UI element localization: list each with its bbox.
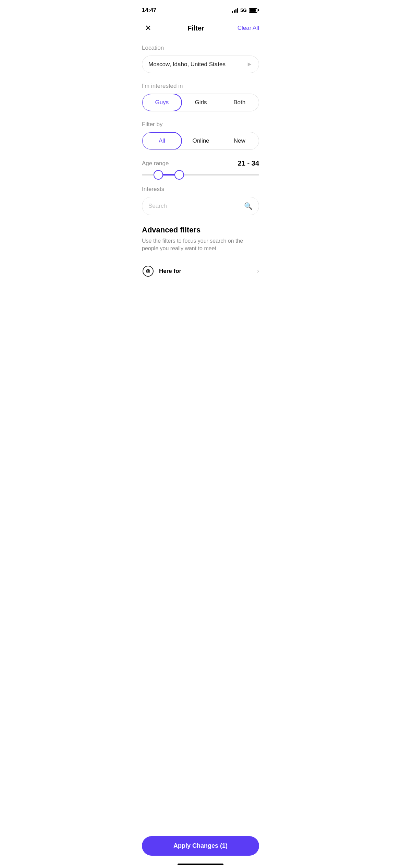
here-for-row[interactable]: Here for ›: [142, 260, 259, 282]
advanced-filters-title: Advanced filters: [142, 226, 259, 234]
close-icon: ✕: [145, 24, 151, 33]
close-button[interactable]: ✕: [142, 22, 154, 34]
network-label: 5G: [240, 8, 247, 13]
main-content: Location Moscow, Idaho, United States ► …: [134, 41, 267, 333]
status-icons: 5G: [232, 8, 259, 13]
here-for-left: Here for: [142, 265, 181, 277]
interests-section: Interests Search 🔍: [142, 186, 259, 215]
age-slider-thumb-max[interactable]: [174, 170, 184, 180]
age-range-values: 21 - 34: [238, 159, 259, 167]
filter-header: ✕ Filter Clear All: [134, 19, 267, 41]
battery-icon: [249, 8, 259, 13]
interests-search-placeholder: Search: [148, 203, 167, 209]
location-section: Location Moscow, Idaho, United States ►: [142, 45, 259, 73]
status-time: 14:47: [142, 7, 156, 14]
toggle-all[interactable]: All: [142, 132, 182, 150]
filter-by-toggle-group: All Online New: [142, 132, 259, 150]
location-label: Location: [142, 45, 259, 51]
interest-toggle-group: Guys Girls Both: [142, 94, 259, 111]
toggle-guys[interactable]: Guys: [142, 94, 182, 111]
location-value: Moscow, Idaho, United States: [148, 61, 226, 68]
toggle-online[interactable]: Online: [182, 132, 220, 149]
status-bar: 14:47 5G: [134, 0, 267, 19]
search-icon: 🔍: [244, 202, 253, 210]
page-title: Filter: [187, 24, 204, 32]
target-icon: [142, 265, 154, 277]
toggle-new[interactable]: New: [220, 132, 259, 149]
interests-search-input[interactable]: Search 🔍: [142, 197, 259, 215]
chevron-right-icon: ›: [257, 267, 259, 275]
age-slider-thumb-min[interactable]: [154, 170, 163, 180]
toggle-girls[interactable]: Girls: [182, 94, 220, 111]
filter-by-section: Filter by All Online New: [142, 121, 259, 150]
interests-label: Interests: [142, 186, 259, 193]
filter-by-label: Filter by: [142, 121, 259, 128]
interested-in-label: I'm interested in: [142, 83, 259, 89]
signal-icon: [232, 8, 238, 13]
interested-in-section: I'm interested in Guys Girls Both: [142, 83, 259, 111]
age-range-label: Age range: [142, 160, 169, 167]
location-arrow-icon: ►: [246, 61, 253, 68]
age-range-header: Age range 21 - 34: [142, 159, 259, 167]
advanced-filters-description: Use the filters to focus your search on …: [142, 237, 259, 253]
age-range-section: Age range 21 - 34: [142, 159, 259, 176]
age-slider-track: [142, 174, 259, 176]
here-for-label: Here for: [159, 268, 181, 275]
advanced-filters-section: Advanced filters Use the filters to focu…: [142, 226, 259, 282]
clear-all-button[interactable]: Clear All: [238, 25, 259, 32]
location-input[interactable]: Moscow, Idaho, United States ►: [142, 56, 259, 73]
toggle-both[interactable]: Both: [220, 94, 259, 111]
